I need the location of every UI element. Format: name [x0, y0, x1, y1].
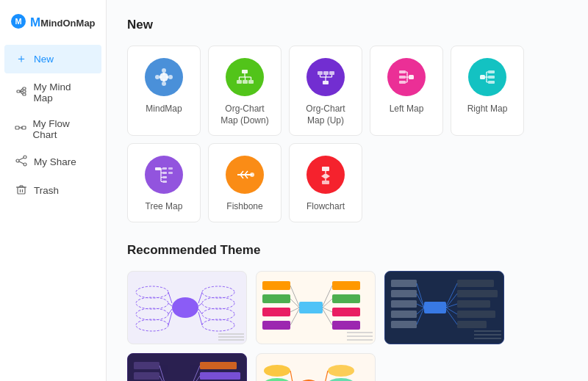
svg-rect-135	[391, 300, 417, 308]
svg-text:M: M	[15, 17, 21, 26]
svg-rect-118	[332, 294, 360, 303]
svg-point-181	[264, 365, 290, 377]
svg-line-189	[290, 371, 294, 381]
org-down-icon	[226, 58, 264, 96]
svg-rect-112	[299, 302, 323, 313]
new-icon: ＋	[15, 51, 28, 67]
sidebar-item-new[interactable]: ＋ New	[4, 45, 101, 73]
logo-icon: M	[10, 13, 26, 32]
template-org-up[interactable]: Org-Chart Map (Up)	[289, 46, 362, 136]
svg-marker-88	[321, 173, 330, 179]
sidebar-item-trash[interactable]: Trash	[4, 177, 101, 204]
template-org-down[interactable]: Org-Chart Map (Down)	[208, 46, 282, 136]
flowchart-label: Flowchart	[306, 201, 345, 213]
svg-rect-116	[262, 321, 290, 330]
svg-rect-163	[200, 372, 240, 380]
template-right-map[interactable]: Right Map	[451, 46, 524, 136]
mind-map-icon	[15, 86, 27, 100]
svg-line-106	[198, 303, 202, 306]
svg-point-27	[162, 81, 166, 86]
template-left-map[interactable]: Left Map	[370, 46, 443, 136]
svg-line-193	[323, 371, 328, 381]
svg-line-147	[417, 308, 424, 324]
svg-rect-33	[242, 70, 248, 73]
logo: M MMindOnMap	[0, 7, 106, 44]
svg-line-102	[168, 303, 172, 306]
svg-rect-60	[480, 75, 485, 79]
theme-light-colorful[interactable]	[256, 271, 376, 344]
svg-line-148	[446, 283, 457, 306]
fishbone-label: Fishbone	[226, 201, 262, 213]
svg-point-94	[136, 297, 168, 309]
template-mindmap[interactable]: MindMap	[127, 46, 201, 136]
svg-rect-162	[200, 362, 237, 369]
svg-line-105	[198, 292, 202, 303]
template-tree-map[interactable]: Tree Map	[127, 143, 201, 222]
recommended-section-title: Recommended Theme	[127, 243, 567, 258]
svg-rect-10	[22, 126, 26, 129]
svg-rect-133	[391, 280, 417, 287]
flowchart-icon	[306, 156, 345, 194]
svg-rect-158	[134, 372, 159, 380]
sidebar-item-label: My Flow Chart	[32, 118, 91, 140]
right-map-label: Right Map	[467, 104, 508, 115]
svg-rect-43	[318, 71, 323, 75]
svg-point-25	[162, 68, 166, 73]
svg-rect-61	[488, 70, 495, 73]
svg-rect-36	[248, 80, 254, 84]
sidebar-item-my-share[interactable]: My Share	[4, 148, 101, 175]
svg-line-172	[190, 366, 200, 381]
svg-rect-72	[162, 176, 167, 178]
svg-rect-87	[322, 167, 329, 171]
trash-icon	[15, 184, 28, 197]
right-map-icon	[468, 58, 506, 96]
tree-map-icon	[145, 156, 183, 194]
svg-point-86	[250, 173, 254, 177]
left-map-label: Left Map	[390, 104, 424, 115]
sidebar-item-my-mind-map[interactable]: My Mind Map	[4, 75, 101, 110]
fishbone-icon	[226, 156, 264, 194]
template-fishbone[interactable]: Fishbone	[208, 143, 282, 222]
svg-rect-89	[322, 181, 329, 184]
svg-line-16	[19, 162, 24, 164]
svg-rect-63	[488, 81, 495, 84]
svg-rect-115	[262, 308, 290, 316]
theme-light-purple[interactable]	[127, 271, 247, 344]
svg-point-100	[202, 319, 234, 331]
svg-rect-75	[168, 172, 173, 174]
svg-rect-142	[457, 321, 487, 328]
new-section-title: New	[127, 18, 567, 32]
theme-dark-purple[interactable]	[127, 353, 247, 381]
svg-point-12	[24, 156, 26, 159]
sidebar-item-label: Trash	[34, 185, 59, 196]
svg-rect-2	[17, 90, 20, 92]
tree-map-label: Tree Map	[146, 201, 183, 213]
svg-rect-45	[329, 71, 334, 75]
svg-point-185	[328, 365, 354, 377]
org-down-label: Org-Chart Map (Down)	[216, 104, 273, 126]
sidebar-item-my-flow-chart[interactable]: My Flow Chart	[4, 112, 101, 147]
svg-rect-69	[155, 167, 161, 170]
templates-grid: MindMap Org-Chart Map (Down)	[127, 46, 567, 222]
template-flowchart[interactable]: Flowchart	[289, 143, 362, 222]
svg-rect-157	[134, 362, 159, 369]
mindmap-label: MindMap	[146, 104, 182, 115]
sidebar-item-label: New	[34, 54, 54, 65]
theme-light-orange[interactable]	[256, 353, 376, 381]
theme-dark-blue[interactable]	[384, 271, 504, 344]
svg-point-28	[155, 75, 159, 79]
left-map-icon	[387, 58, 426, 96]
mindmap-icon	[145, 58, 183, 96]
svg-rect-140	[457, 300, 490, 308]
svg-rect-119	[332, 308, 360, 316]
sidebar: M MMindOnMap ＋ New My Mind Map	[0, 0, 107, 381]
svg-rect-35	[243, 80, 248, 84]
svg-rect-114	[262, 294, 290, 303]
svg-rect-120	[332, 321, 360, 330]
svg-rect-73	[162, 181, 167, 183]
svg-point-93	[136, 286, 168, 298]
svg-rect-117	[332, 281, 360, 290]
svg-rect-138	[457, 280, 494, 287]
main-content: New MindMap	[107, 0, 588, 381]
svg-point-99	[202, 308, 234, 320]
